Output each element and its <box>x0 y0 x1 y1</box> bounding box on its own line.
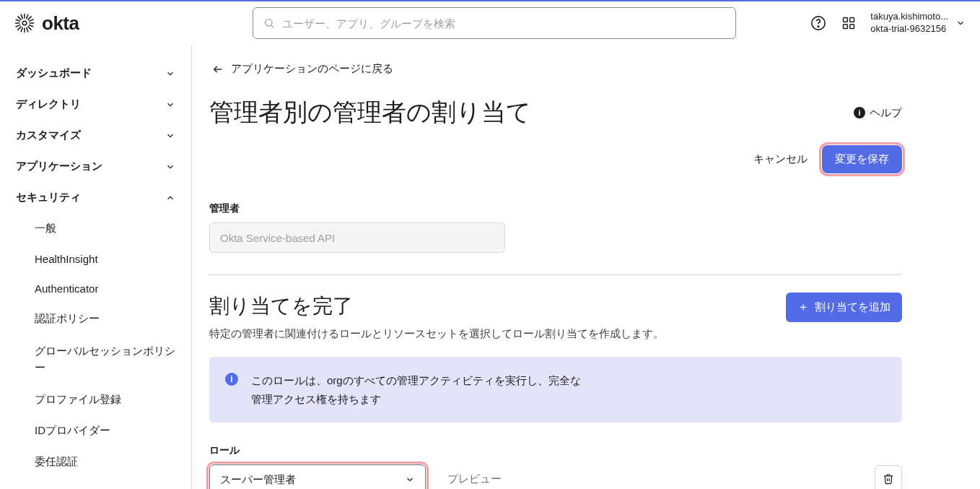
svg-line-12 <box>29 25 32 27</box>
add-assignment-label: 割り当てを追加 <box>815 300 891 314</box>
chevron-down-icon <box>165 100 175 110</box>
brand-text: okta <box>42 12 79 35</box>
admin-field: 管理者 Okta Service-based API <box>209 202 902 253</box>
chevron-down-icon <box>165 69 175 79</box>
org-name: okta-trial-9632156 <box>870 23 948 35</box>
search-input-wrap[interactable] <box>253 7 736 39</box>
svg-point-20 <box>818 26 819 27</box>
back-text: アプリケーションのページに戻る <box>231 62 393 76</box>
user-text: takuya.kishimoto... okta-trial-9632156 <box>870 11 948 35</box>
sidebar-sub-authpolicy[interactable]: 認証ポリシー <box>0 303 191 334</box>
plus-icon: ＋ <box>797 300 809 315</box>
chevron-down-icon <box>165 131 175 141</box>
logo[interactable]: okta <box>14 12 253 35</box>
svg-rect-23 <box>844 25 848 29</box>
sidebar: ダッシュボード ディレクトリ カスタマイズ アプリケーション セキュリティ 一般… <box>0 45 192 489</box>
svg-line-6 <box>28 27 31 30</box>
svg-point-0 <box>22 21 27 25</box>
svg-point-17 <box>266 20 272 26</box>
sun-icon <box>14 13 35 33</box>
user-menu[interactable]: takuya.kishimoto... okta-trial-9632156 <box>870 11 966 35</box>
nav-label: カスタマイズ <box>16 129 81 142</box>
svg-rect-21 <box>844 18 848 22</box>
search-input[interactable] <box>282 17 725 30</box>
trash-icon <box>883 473 894 485</box>
chevron-down-icon <box>955 18 966 28</box>
svg-line-16 <box>16 24 19 27</box>
sidebar-item-security[interactable]: セキュリティ <box>0 182 191 213</box>
divider <box>209 274 902 275</box>
svg-line-14 <box>25 27 29 31</box>
preview-link[interactable]: プレビュー <box>447 472 502 486</box>
add-assignment-button[interactable]: ＋ 割り当てを追加 <box>786 293 902 322</box>
role-label: ロール <box>209 444 426 457</box>
banner-text: このロールは、orgのすべての管理アクティビティを実行し、完全な管理アクセス権を… <box>251 371 583 408</box>
role-value: スーパー管理者 <box>220 473 296 487</box>
svg-line-11 <box>16 20 19 21</box>
svg-line-13 <box>19 14 23 18</box>
nav-label: セキュリティ <box>16 191 81 204</box>
top-bar: okta takuya.kishimoto... okta-trial-9632… <box>0 1 980 45</box>
back-link[interactable]: アプリケーションのページに戻る <box>209 62 902 76</box>
user-name: takuya.kishimoto... <box>870 11 948 23</box>
sidebar-sub-globalsession[interactable]: グローバルセッションポリシー <box>0 334 191 384</box>
help-text: ヘルプ <box>870 106 902 120</box>
sidebar-sub-profile[interactable]: プロファイル登録 <box>0 384 191 415</box>
sidebar-sub-idp[interactable]: IDプロバイダー <box>0 415 191 446</box>
search-wrap <box>253 7 810 39</box>
nav-label: ディレクトリ <box>16 98 81 111</box>
sidebar-item-customize[interactable]: カスタマイズ <box>0 120 191 151</box>
nav-label: アプリケーション <box>16 160 102 173</box>
sidebar-sub-general[interactable]: 一般 <box>0 213 191 244</box>
complete-section-header: 割り当てを完了 特定の管理者に関連付けるロールとリソースセットを選択してロール割… <box>209 293 902 341</box>
svg-line-5 <box>18 17 21 20</box>
role-row: ロール スーパー管理者 プレビュー <box>209 444 902 489</box>
svg-rect-24 <box>850 25 854 29</box>
info-banner: i このロールは、orgのすべての管理アクティビティを実行し、完全な管理アクセス… <box>209 357 902 423</box>
admin-value: Okta Service-based API <box>220 232 335 244</box>
chevron-down-icon <box>405 475 415 485</box>
info-icon: i <box>854 107 865 118</box>
svg-line-7 <box>28 17 31 20</box>
svg-line-18 <box>271 25 274 27</box>
search-icon <box>263 17 275 29</box>
actions-row: キャンセル 変更を保存 <box>209 145 902 173</box>
chevron-up-icon <box>165 193 175 203</box>
page-title: 管理者別の管理者の割り当て <box>209 96 531 129</box>
svg-line-8 <box>18 27 21 30</box>
role-select[interactable]: スーパー管理者 <box>209 464 426 489</box>
complete-title: 割り当てを完了 <box>209 293 664 320</box>
chevron-down-icon <box>165 162 175 172</box>
complete-desc: 特定の管理者に関連付けるロールとリソースセットを選択してロール割り当てを作成しま… <box>209 327 664 341</box>
delete-button[interactable] <box>875 465 902 489</box>
svg-rect-22 <box>850 18 854 22</box>
svg-line-9 <box>27 14 28 18</box>
svg-line-15 <box>29 18 32 22</box>
info-icon: i <box>225 373 238 386</box>
sidebar-item-directory[interactable]: ディレクトリ <box>0 89 191 120</box>
apps-icon[interactable] <box>840 14 857 32</box>
arrow-left-icon <box>212 64 224 75</box>
sidebar-sub-delegated[interactable]: 委任認証 <box>0 446 191 477</box>
admin-value-field: Okta Service-based API <box>209 222 505 253</box>
sidebar-sub-authenticator[interactable]: Authenticator <box>0 274 191 303</box>
sidebar-sub-healthinsight[interactable]: HealthInsight <box>0 244 191 274</box>
content-area: アプリケーションのページに戻る 管理者別の管理者の割り当て i ヘルプ キャンセ… <box>192 45 980 489</box>
topbar-right: takuya.kishimoto... okta-trial-9632156 <box>810 11 966 35</box>
svg-line-10 <box>21 27 22 31</box>
admin-label: 管理者 <box>209 202 902 215</box>
help-icon[interactable] <box>810 14 827 32</box>
help-link[interactable]: i ヘルプ <box>854 106 902 120</box>
save-button[interactable]: 変更を保存 <box>822 145 902 173</box>
cancel-button[interactable]: キャンセル <box>753 152 808 166</box>
sidebar-item-applications[interactable]: アプリケーション <box>0 151 191 182</box>
sidebar-item-dashboard[interactable]: ダッシュボード <box>0 58 191 89</box>
nav-label: ダッシュボード <box>16 66 92 80</box>
